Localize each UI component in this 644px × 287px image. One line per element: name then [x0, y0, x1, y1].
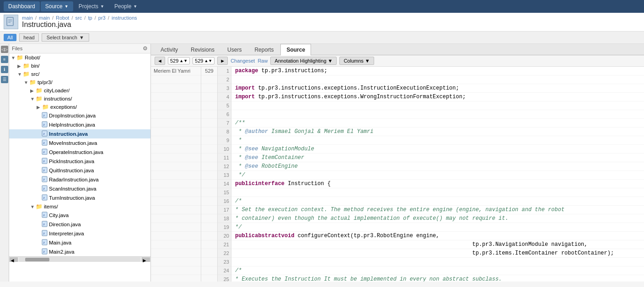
breadcrumb-main1[interactable]: main [22, 15, 33, 21]
tab-source[interactable]: Source [280, 44, 311, 55]
tree-item[interactable]: JPickInstruction.java [9, 157, 150, 166]
head-button[interactable]: head [19, 33, 38, 42]
revision-entry [201, 162, 217, 171]
tree-item-label: ScanInstruction.java [49, 186, 97, 191]
tree-item[interactable]: JMoveInstruction.java [9, 138, 150, 148]
tree-item-label: Robot/ [25, 55, 40, 60]
tab-users[interactable]: Users [221, 44, 247, 55]
tree-item[interactable]: JTurnInstruction.java [9, 193, 150, 202]
file-tree: Files ⚙ ▼📁Robot/▶📁bin/▼📁src/▼📁tp/pr3/▶📁c… [9, 44, 151, 282]
line-from-box[interactable]: 529 ▲▼ [168, 57, 190, 64]
folder-icon: 📁 [16, 54, 23, 61]
tree-item[interactable]: JMain.java [9, 238, 150, 247]
tree-item[interactable]: ▼📁src/ [9, 70, 150, 78]
scroll-right-btn[interactable]: ► [142, 257, 150, 262]
raw-link[interactable]: Raw [258, 58, 268, 64]
tree-item[interactable]: ▶📁bin/ [9, 62, 150, 70]
changeset-link[interactable]: Changeset [231, 58, 255, 64]
file-tree-header: Files ⚙ [9, 44, 150, 53]
tree-scroll-track[interactable] [19, 257, 140, 262]
code-area: Meriem El Yamri5291234567891011121314151… [151, 67, 644, 282]
revision-entry [201, 249, 217, 258]
revision-entry [201, 101, 217, 110]
line-number-entry: 17 [218, 206, 231, 214]
tree-settings-icon[interactable]: ⚙ [143, 45, 148, 52]
code-line: /* [231, 197, 644, 206]
tree-item[interactable]: ▶📁cityLoader/ [9, 86, 150, 95]
code-line: * @see RobotEngine [231, 162, 644, 171]
nav-people[interactable]: People ▼ [110, 1, 142, 11]
tree-item[interactable]: JCity.java [9, 211, 150, 220]
tree-item[interactable]: JHelpInstruction.java [9, 120, 150, 129]
people-caret: ▼ [133, 4, 137, 9]
nav-dashboard[interactable]: Dashboard [4, 1, 40, 11]
author-entry [151, 206, 201, 214]
revision-entry: 529 [201, 67, 217, 75]
svg-text:J: J [43, 132, 45, 136]
tree-item[interactable]: JInstruction.java [9, 129, 150, 138]
scroll-left-btn[interactable]: ◄ [10, 257, 18, 262]
code-line [231, 110, 644, 119]
tree-item[interactable]: JScanInstruction.java [9, 184, 150, 193]
tree-scroll-thumb[interactable] [25, 258, 49, 261]
breadcrumb-tp[interactable]: tp [88, 15, 92, 21]
line-from-value: 529 [170, 58, 178, 64]
tab-revisions[interactable]: Revisions [185, 44, 220, 55]
tree-item[interactable]: ▼📁Robot/ [9, 53, 150, 62]
folder-icon: 📁 [36, 87, 43, 94]
author-entry [151, 197, 201, 206]
select-branch-button[interactable]: Select branch ▼ [42, 33, 89, 42]
revision-entry [201, 240, 217, 249]
breadcrumb-instructions[interactable]: instructions [112, 15, 137, 21]
revision-entry [201, 197, 217, 206]
file-type-icon [4, 15, 18, 29]
tree-item[interactable]: JQuitInstruction.java [9, 166, 150, 175]
svg-text:J: J [43, 150, 45, 154]
tree-item[interactable]: ▼📁tp/pr3/ [9, 78, 150, 86]
prev-chunk-button[interactable]: ◄ [155, 57, 165, 65]
java-file-icon: J [41, 176, 48, 183]
nav-projects[interactable]: Projects ▼ [74, 1, 109, 11]
revision-entry [201, 206, 217, 214]
tree-item[interactable]: ▼📁instructions/ [9, 95, 150, 103]
breadcrumb-main2[interactable]: main [39, 15, 50, 21]
folder-icon: 📁 [23, 63, 30, 69]
code-line [231, 75, 644, 84]
author-entry [151, 214, 201, 223]
tree-item[interactable]: ▶📁exceptions/ [9, 103, 150, 111]
tree-item[interactable]: ▼📁items/ [9, 202, 150, 211]
tab-activity[interactable]: Activity [155, 44, 184, 55]
left-icon-4[interactable]: ☰ [1, 76, 8, 83]
tree-item[interactable]: JRadarInstruction.java [9, 175, 150, 184]
code-line: import tp.pr3.instructions.exceptions.In… [231, 84, 644, 93]
breadcrumb-src[interactable]: src [75, 15, 82, 21]
breadcrumb-robot[interactable]: Robot [56, 15, 69, 21]
tree-item[interactable]: JOperateInstruction.java [9, 148, 150, 157]
svg-text:J: J [43, 223, 45, 226]
line-to-box[interactable]: 529 ▲▼ [193, 57, 215, 64]
java-file-icon: J [41, 212, 48, 219]
annotation-highlighting-button[interactable]: Annotation Highlighting ▼ [270, 57, 337, 65]
tree-item[interactable]: JMain2.java [9, 247, 150, 256]
projects-caret: ▼ [100, 4, 104, 9]
all-button[interactable]: All [4, 34, 16, 41]
author-entry [151, 171, 201, 180]
revision-entry [201, 214, 217, 223]
tree-item[interactable]: JDirection.java [9, 220, 150, 229]
nav-source[interactable]: Source ▼ [41, 1, 73, 11]
author-entry [151, 110, 201, 119]
revision-entry [201, 232, 217, 240]
left-icon-2[interactable]: ≡ [1, 56, 8, 63]
line-number-entry: 25 [218, 275, 231, 282]
left-icon-1[interactable]: ◁▷ [1, 46, 8, 53]
tree-item[interactable]: JDropInstruction.java [9, 111, 150, 120]
columns-button[interactable]: Columns ▼ [339, 57, 374, 65]
breadcrumb-pr3[interactable]: pr3 [98, 15, 106, 21]
tree-item[interactable]: JInterpreter.java [9, 229, 150, 238]
tree-horizontal-scroll[interactable]: ◄ ► [9, 256, 150, 262]
left-icon-3[interactable]: ℹ [1, 66, 8, 73]
tab-reports[interactable]: Reports [248, 44, 279, 55]
next-chunk-button[interactable]: ► [217, 57, 228, 65]
line-number-entry: 18 [218, 214, 231, 223]
annotation-caret: ▼ [328, 58, 333, 64]
